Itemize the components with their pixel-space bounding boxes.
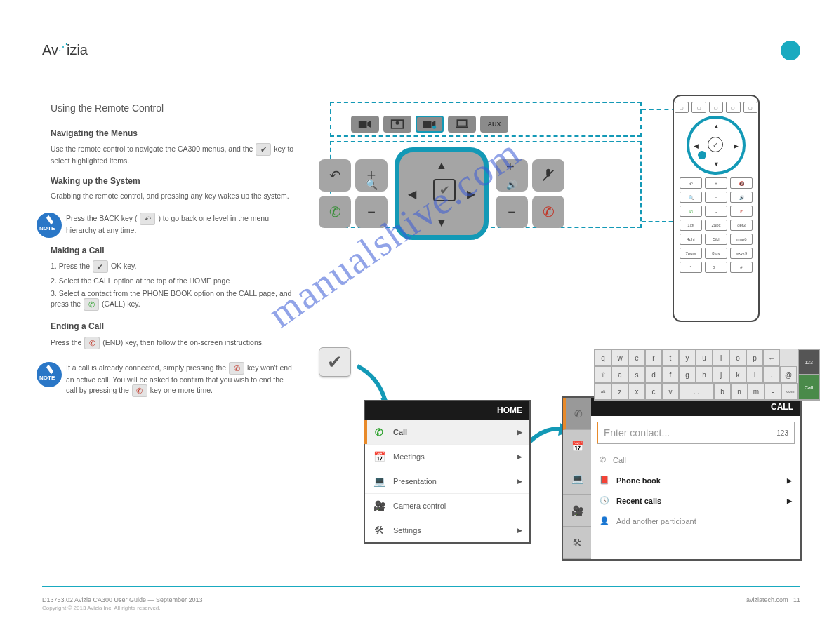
kbd-x[interactable]: x	[628, 383, 645, 400]
kbd-q[interactable]: q	[595, 349, 611, 366]
kbd-v[interactable]: v	[662, 383, 679, 400]
dpad[interactable]: ▲ ▼ ◀ ▶ ✔	[395, 147, 489, 240]
rc-src3[interactable]: ▢	[709, 102, 723, 113]
call-row-call[interactable]: ✆ Call	[591, 450, 800, 470]
kbd-u[interactable]: u	[696, 349, 713, 366]
src-pc-icon[interactable]	[448, 116, 476, 133]
kbd-h[interactable]: h	[696, 366, 713, 383]
back-button[interactable]: ↶	[319, 159, 351, 192]
rc-4[interactable]: 4ghi	[680, 234, 702, 245]
kbd-t[interactable]: t	[662, 349, 679, 366]
kbd-call-button[interactable]: Call	[798, 375, 819, 400]
src-camera2-icon[interactable]	[416, 116, 444, 133]
kbd-g[interactable]: g	[679, 366, 696, 383]
home-item-call[interactable]: ✆ Call ▶	[364, 420, 529, 444]
rc-k3[interactable]: 🔇	[730, 177, 753, 189]
kbd-j[interactable]: j	[713, 366, 729, 383]
kbd-s[interactable]: s	[628, 366, 645, 383]
kbd-w[interactable]: w	[611, 349, 628, 366]
src-selfview-icon[interactable]	[383, 116, 411, 133]
rc-k6[interactable]: 🔊	[730, 192, 753, 203]
kbd-mode-123[interactable]: 123	[798, 349, 819, 375]
side-tools-icon[interactable]: 🛠	[563, 527, 591, 559]
kbd-dot[interactable]: .	[763, 366, 780, 383]
kbd-o[interactable]: o	[729, 349, 746, 366]
kbd-z[interactable]: z	[611, 383, 628, 400]
kbd-m[interactable]: m	[748, 383, 764, 400]
kbd-shift[interactable]: ⇧	[595, 366, 611, 383]
rc-hash[interactable]: #	[730, 262, 753, 273]
rc-5[interactable]: 5jkl	[705, 234, 727, 245]
rc-8[interactable]: 8tuv	[705, 248, 727, 259]
kbd-a[interactable]: a	[611, 366, 628, 383]
kbd-at[interactable]: @	[780, 366, 797, 383]
rc-src1[interactable]: ▢	[675, 102, 689, 113]
home-item-meetings[interactable]: 📅 Meetings ▶	[365, 444, 529, 469]
kbd-f[interactable]: f	[662, 366, 679, 383]
kbd-l[interactable]: l	[746, 366, 763, 383]
arrow-up-icon[interactable]: ▲	[436, 159, 447, 172]
kbd-b[interactable]: b	[714, 383, 731, 400]
kbd-r[interactable]: r	[645, 349, 662, 366]
kbd-i[interactable]: i	[713, 349, 729, 366]
kbd-p[interactable]: p	[746, 349, 763, 366]
vol-down-button[interactable]: −	[496, 196, 528, 228]
kbd-space[interactable]: ⎵	[679, 383, 714, 400]
call-row-recent[interactable]: 🕓 Recent calls ▶	[591, 490, 800, 511]
arrow-left-icon[interactable]: ◀	[408, 187, 416, 201]
rc-0[interactable]: 0__	[705, 262, 727, 273]
rc-src4[interactable]: ▢	[726, 102, 740, 113]
rc-k4[interactable]: 🔍	[680, 192, 702, 203]
kbd-c[interactable]: c	[645, 383, 662, 400]
src-camera-icon[interactable]	[351, 116, 379, 133]
kbd-y[interactable]: y	[679, 349, 696, 366]
kbd-back[interactable]: ←	[763, 349, 780, 366]
zoom-out-button[interactable]: −	[355, 196, 388, 228]
rc-1[interactable]: 1@	[680, 220, 702, 231]
side-calendar-icon[interactable]: 📅	[563, 430, 591, 462]
arrow-down-icon[interactable]: ▼	[436, 217, 447, 229]
ok-button[interactable]: ✔	[433, 179, 456, 201]
rc-src2[interactable]: ▢	[691, 102, 706, 113]
rc-6[interactable]: mno6	[730, 234, 753, 245]
mute-button[interactable]	[532, 159, 564, 192]
home-item-presentation[interactable]: 💻 Presentation ▶	[365, 469, 529, 493]
vol-up-button[interactable]: +🔊	[496, 159, 528, 192]
rc-call[interactable]: ✆	[680, 206, 702, 217]
rc-7[interactable]: 7pqrs	[680, 248, 702, 259]
rc-k5[interactable]: −	[705, 192, 727, 203]
kbd-dash[interactable]: -	[764, 383, 781, 400]
kbd-e[interactable]: e	[628, 349, 645, 366]
side-laptop-icon[interactable]: 💻	[563, 462, 591, 495]
src-aux-button[interactable]: AUX	[480, 116, 508, 133]
side-call-icon[interactable]: ✆	[563, 398, 591, 430]
contact-input[interactable]: Enter contact... 123	[597, 422, 795, 444]
kbd-n[interactable]: n	[731, 383, 748, 400]
kbd-com[interactable]: .com	[781, 383, 798, 400]
home-item-settings[interactable]: 🛠 Settings ▶	[365, 518, 529, 542]
call-button[interactable]: ✆	[319, 196, 351, 228]
rc-clear[interactable]: C	[705, 206, 727, 217]
home-header: HOME	[365, 401, 529, 420]
zoom-in-button[interactable]: +🔍	[355, 159, 388, 192]
home-item-camera[interactable]: 🎥 Camera control	[365, 493, 529, 518]
rc-k2[interactable]: +	[705, 177, 727, 189]
rc-k1[interactable]: ↶	[680, 177, 702, 189]
ok-key-large[interactable]: ✔	[319, 347, 351, 377]
call-row-add[interactable]: 👤 Add another participant	[591, 511, 800, 531]
arrow-right-icon[interactable]: ▶	[467, 187, 475, 201]
rc-9[interactable]: wxyz9	[730, 248, 753, 259]
kbd-d[interactable]: d	[645, 366, 662, 383]
rc-3[interactable]: def3	[730, 220, 753, 231]
kbd-k[interactable]: k	[729, 366, 746, 383]
side-camera-icon[interactable]: 🎥	[563, 495, 591, 527]
rc-2[interactable]: 2abc	[705, 220, 727, 231]
rc-ring[interactable]: ▲ ▼ ◀ ▶ ✓	[687, 116, 746, 175]
call-row-phonebook[interactable]: 📕 Phone book ▶	[591, 470, 800, 490]
rc-ok[interactable]: ✓	[708, 137, 723, 152]
end-button[interactable]: ✆	[532, 196, 564, 228]
rc-src5[interactable]: ▢	[743, 102, 757, 113]
kbd-alt[interactable]: alt	[595, 383, 611, 400]
rc-end[interactable]: ✆	[730, 206, 753, 217]
rc-star[interactable]: *	[680, 262, 702, 273]
